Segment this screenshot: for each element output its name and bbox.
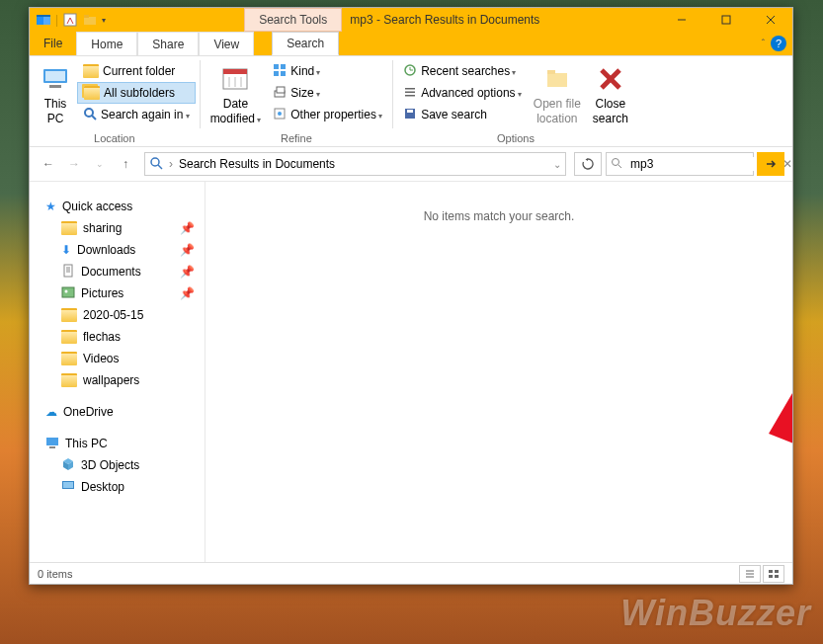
size-button[interactable]: Size (267, 82, 388, 104)
svg-line-41 (618, 165, 621, 168)
search-icon (607, 157, 626, 172)
highlight-arrow (700, 226, 792, 443)
date-modified-button[interactable]: Date modified (205, 58, 268, 130)
svg-rect-23 (281, 71, 286, 76)
folder-icon (61, 373, 77, 387)
search-tools-contextual-tab[interactable]: Search Tools (244, 8, 342, 32)
tab-home[interactable]: Home (76, 32, 137, 55)
downloads-icon: ⬇ (61, 243, 71, 257)
this-pc-button[interactable]: This PC (34, 58, 77, 130)
svg-rect-12 (49, 85, 61, 88)
explorer-window: | ▾ Search Tools mp3 - Search Results in… (29, 7, 793, 585)
documents-icon (61, 264, 75, 281)
tree-item-flechas[interactable]: flechas (30, 326, 205, 348)
svg-rect-20 (274, 64, 279, 69)
navigation-bar: ← → ⌄ ↑ › Search Results in Documents ⌄ … (30, 147, 792, 181)
search-box[interactable]: ✕ (606, 152, 754, 176)
svg-rect-51 (63, 482, 73, 488)
tree-onedrive[interactable]: ☁OneDrive (30, 401, 205, 423)
advanced-options-button[interactable]: Advanced options (397, 82, 528, 104)
recent-searches-button[interactable]: Recent searches (397, 60, 528, 82)
svg-rect-22 (274, 71, 279, 76)
tree-item-downloads[interactable]: ⬇Downloads📌 (30, 239, 205, 261)
address-dropdown-icon[interactable]: ⌄ (553, 159, 561, 170)
search-again-in-button[interactable]: Search again in (77, 104, 196, 125)
svg-rect-42 (64, 265, 72, 277)
up-button[interactable]: ↑ (115, 153, 136, 175)
window-controls (659, 8, 792, 32)
breadcrumb-sep: › (169, 157, 173, 171)
svg-rect-48 (46, 438, 58, 445)
thumbnails-view-button[interactable] (763, 565, 784, 583)
svg-rect-35 (547, 70, 555, 74)
svg-rect-46 (62, 287, 74, 297)
tab-search[interactable]: Search (272, 32, 339, 55)
watermark: WinBuzzer (620, 593, 811, 634)
new-folder-icon[interactable] (82, 12, 98, 28)
other-properties-button[interactable]: Other properties (267, 104, 388, 125)
refresh-button[interactable] (574, 152, 602, 176)
properties-icon[interactable] (62, 12, 78, 28)
search-go-button[interactable] (757, 152, 784, 176)
maximize-button[interactable] (703, 8, 748, 32)
kind-button[interactable]: Kind (267, 60, 388, 82)
properties-icon (273, 107, 287, 123)
qat-dropdown-icon[interactable]: ▾ (102, 16, 106, 25)
svg-point-13 (85, 109, 93, 117)
ribbon-tabs: File Home Share View Search ˆ ? (30, 32, 792, 56)
size-icon (273, 85, 287, 102)
tree-item-2020-05-15[interactable]: 2020-05-15 (30, 304, 205, 326)
tab-view[interactable]: View (199, 32, 254, 55)
tree-item-videos[interactable]: Videos (30, 348, 205, 369)
close-button[interactable] (748, 8, 792, 32)
svg-marker-52 (769, 226, 792, 443)
tree-item-wallpapers[interactable]: wallpapers (30, 369, 205, 391)
folder-stack-icon (84, 86, 100, 100)
svg-rect-59 (769, 575, 773, 578)
svg-rect-25 (277, 87, 285, 93)
tree-item-3d-objects[interactable]: 3D Objects (30, 454, 205, 476)
collapse-ribbon-icon[interactable]: ˆ (762, 39, 765, 49)
help-icon[interactable]: ? (771, 36, 786, 51)
svg-point-27 (278, 112, 282, 116)
star-icon: ★ (45, 200, 56, 213)
open-file-location-button[interactable]: Open file location (528, 58, 587, 130)
svg-rect-7 (722, 16, 730, 24)
svg-rect-5 (84, 15, 89, 18)
minimize-button[interactable] (659, 8, 703, 32)
tree-item-sharing[interactable]: sharing📌 (30, 217, 205, 239)
ribbon-group-location: This PC Current folder All subfolders Se… (30, 56, 200, 146)
svg-rect-21 (281, 64, 286, 69)
search-icon (83, 107, 97, 123)
folder-icon (61, 221, 77, 235)
history-dropdown[interactable]: ⌄ (89, 153, 111, 175)
ribbon-group-options: Recent searches Advanced options Save se… (393, 56, 638, 146)
tree-quick-access[interactable]: ★ Quick access (30, 196, 205, 217)
tree-this-pc[interactable]: This PC (30, 433, 205, 454)
pictures-icon (61, 285, 75, 302)
navigation-pane[interactable]: ★ Quick access sharing📌 ⬇Downloads📌 Docu… (30, 182, 206, 562)
svg-rect-57 (769, 570, 773, 573)
pin-icon: 📌 (180, 286, 195, 300)
pc-icon (45, 436, 59, 452)
svg-line-39 (158, 165, 162, 169)
tree-item-desktop[interactable]: Desktop (30, 476, 205, 498)
forward-button[interactable]: → (63, 153, 85, 175)
tree-item-documents[interactable]: Documents📌 (30, 261, 205, 282)
svg-rect-4 (84, 17, 96, 25)
breadcrumb[interactable]: Search Results in Documents (179, 157, 335, 171)
tab-share[interactable]: Share (137, 32, 199, 55)
tree-item-pictures[interactable]: Pictures📌 (30, 282, 205, 304)
cube-icon (61, 457, 75, 474)
details-view-button[interactable] (739, 565, 761, 583)
current-folder-button[interactable]: Current folder (77, 60, 196, 82)
save-search-button[interactable]: Save search (397, 104, 528, 125)
back-button[interactable]: ← (38, 153, 59, 175)
address-bar[interactable]: › Search Results in Documents ⌄ (144, 152, 566, 176)
tab-file[interactable]: File (30, 32, 76, 55)
close-search-button[interactable]: Close search (587, 58, 634, 130)
pin-icon: 📌 (180, 221, 195, 235)
all-subfolders-button[interactable]: All subfolders (77, 82, 196, 104)
svg-rect-11 (45, 71, 65, 81)
svg-rect-60 (775, 575, 779, 578)
